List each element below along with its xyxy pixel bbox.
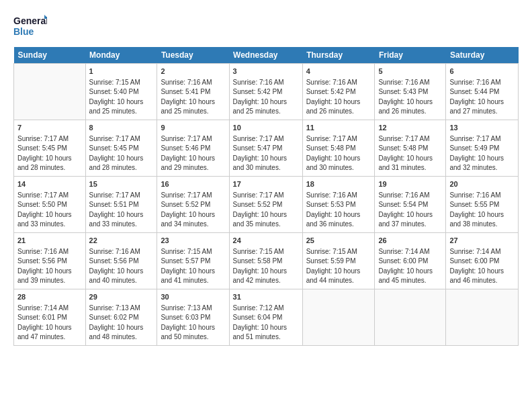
day-info: Sunrise: 7:17 AM [17, 134, 82, 144]
calendar-cell: 11Sunrise: 7:17 AMSunset: 5:48 PMDayligh… [302, 120, 375, 176]
day-info: Sunrise: 7:17 AM [233, 134, 299, 144]
day-info: and 36 minutes. [306, 220, 371, 230]
day-info: Sunset: 5:43 PM [378, 87, 442, 97]
calendar-cell: 5Sunrise: 7:16 AMSunset: 5:43 PMDaylight… [375, 64, 446, 120]
calendar-cell [446, 289, 519, 345]
day-info: and 38 minutes. [449, 220, 515, 230]
calendar-cell: 13Sunrise: 7:17 AMSunset: 5:49 PMDayligh… [446, 120, 519, 176]
day-number: 22 [89, 236, 154, 246]
day-info: and 30 minutes. [306, 163, 371, 173]
day-info: Daylight: 10 hours [89, 154, 154, 164]
day-number: 27 [449, 236, 515, 246]
day-info: Sunrise: 7:15 AM [233, 247, 299, 257]
day-info: Sunset: 5:48 PM [378, 144, 442, 154]
day-info: and 33 minutes. [17, 220, 82, 230]
calendar-cell [302, 289, 375, 345]
day-info: Daylight: 10 hours [161, 323, 225, 333]
day-info: Daylight: 10 hours [449, 97, 515, 107]
day-info: Sunrise: 7:17 AM [161, 134, 225, 144]
day-number: 11 [306, 123, 371, 134]
day-info: Daylight: 10 hours [233, 323, 299, 333]
day-info: and 33 minutes. [89, 220, 154, 230]
day-info: Sunset: 5:46 PM [161, 144, 225, 154]
calendar-cell: 16Sunrise: 7:17 AMSunset: 5:52 PMDayligh… [157, 176, 229, 232]
day-info: and 44 minutes. [306, 276, 371, 286]
day-info: Daylight: 10 hours [161, 267, 225, 277]
day-info: Sunrise: 7:15 AM [161, 247, 225, 257]
calendar-cell: 31Sunrise: 7:12 AMSunset: 6:04 PMDayligh… [229, 289, 302, 345]
calendar-body: 1Sunrise: 7:15 AMSunset: 5:40 PMDaylight… [14, 64, 519, 346]
calendar-cell: 8Sunrise: 7:17 AMSunset: 5:45 PMDaylight… [85, 120, 157, 176]
day-info: and 45 minutes. [378, 276, 442, 286]
day-info: Daylight: 10 hours [89, 267, 154, 277]
day-info: Sunset: 5:52 PM [161, 200, 225, 210]
day-info: and 31 minutes. [378, 163, 442, 173]
day-info: Sunset: 5:41 PM [161, 87, 225, 97]
day-info: and 26 minutes. [378, 107, 442, 117]
day-number: 4 [306, 66, 371, 77]
calendar-table: SundayMondayTuesdayWednesdayThursdayFrid… [13, 47, 519, 346]
day-info: and 39 minutes. [17, 276, 82, 286]
day-info: Sunrise: 7:16 AM [89, 247, 154, 257]
day-header-wednesday: Wednesday [229, 47, 302, 64]
calendar-week-5: 28Sunrise: 7:14 AMSunset: 6:01 PMDayligh… [14, 289, 519, 345]
day-info: Sunrise: 7:17 AM [233, 191, 299, 201]
day-info: and 46 minutes. [449, 276, 515, 286]
day-header-tuesday: Tuesday [157, 47, 229, 64]
day-info: Sunset: 6:04 PM [233, 313, 299, 323]
day-info: Sunrise: 7:16 AM [306, 191, 371, 201]
day-number: 16 [161, 179, 225, 190]
day-info: and 32 minutes. [449, 163, 515, 173]
day-info: and 34 minutes. [161, 220, 225, 230]
day-info: Sunset: 5:59 PM [306, 257, 371, 267]
day-info: and 41 minutes. [161, 276, 225, 286]
day-info: and 29 minutes. [161, 163, 225, 173]
day-info: Daylight: 10 hours [306, 154, 371, 164]
day-info: Sunrise: 7:16 AM [378, 191, 442, 201]
page-container: General Blue SundayMondayTuesdayWednesda… [0, 0, 532, 353]
day-info: Daylight: 10 hours [378, 210, 442, 220]
day-info: and 26 minutes. [306, 107, 371, 117]
day-info: Sunset: 5:42 PM [233, 87, 299, 97]
calendar-week-4: 21Sunrise: 7:16 AMSunset: 5:56 PMDayligh… [14, 232, 519, 289]
day-info: and 37 minutes. [378, 220, 442, 230]
day-info: Sunrise: 7:14 AM [378, 247, 442, 257]
day-info: Daylight: 10 hours [233, 97, 299, 107]
day-info: Daylight: 10 hours [306, 267, 371, 277]
day-info: and 28 minutes. [89, 163, 154, 173]
calendar-cell: 15Sunrise: 7:17 AMSunset: 5:51 PMDayligh… [85, 176, 157, 232]
day-header-sunday: Sunday [14, 47, 86, 64]
day-header-monday: Monday [85, 47, 157, 64]
day-info: Sunrise: 7:17 AM [17, 191, 82, 201]
day-info: Sunrise: 7:14 AM [17, 304, 82, 314]
day-info: and 30 minutes. [233, 163, 299, 173]
day-info: Daylight: 10 hours [306, 97, 371, 107]
day-info: Sunset: 6:00 PM [378, 257, 442, 267]
day-info: Sunset: 5:51 PM [89, 200, 154, 210]
calendar-cell: 18Sunrise: 7:16 AMSunset: 5:53 PMDayligh… [302, 176, 375, 232]
calendar-cell: 1Sunrise: 7:15 AMSunset: 5:40 PMDaylight… [85, 64, 157, 120]
day-info: Daylight: 10 hours [17, 267, 82, 277]
day-number: 5 [378, 66, 442, 77]
day-info: Daylight: 10 hours [233, 154, 299, 164]
day-info: Sunrise: 7:17 AM [89, 134, 154, 144]
day-info: Sunset: 5:53 PM [306, 200, 371, 210]
day-info: Daylight: 10 hours [89, 323, 154, 333]
day-info: Daylight: 10 hours [378, 154, 442, 164]
day-info: Sunset: 5:58 PM [233, 257, 299, 267]
calendar-cell [375, 289, 446, 345]
calendar-cell: 4Sunrise: 7:16 AMSunset: 5:42 PMDaylight… [302, 64, 375, 120]
day-info: and 25 minutes. [161, 107, 225, 117]
day-number: 18 [306, 179, 371, 190]
day-info: Sunrise: 7:13 AM [161, 304, 225, 314]
day-number: 23 [161, 236, 225, 246]
day-number: 15 [89, 179, 154, 190]
day-info: Sunrise: 7:15 AM [89, 78, 154, 88]
calendar-cell: 28Sunrise: 7:14 AMSunset: 6:01 PMDayligh… [14, 289, 86, 345]
calendar-cell [14, 64, 86, 120]
calendar-cell: 19Sunrise: 7:16 AMSunset: 5:54 PMDayligh… [375, 176, 446, 232]
calendar-week-2: 7Sunrise: 7:17 AMSunset: 5:45 PMDaylight… [14, 120, 519, 176]
day-info: Daylight: 10 hours [17, 323, 82, 333]
day-info: Daylight: 10 hours [378, 97, 442, 107]
day-info: Sunrise: 7:17 AM [378, 134, 442, 144]
